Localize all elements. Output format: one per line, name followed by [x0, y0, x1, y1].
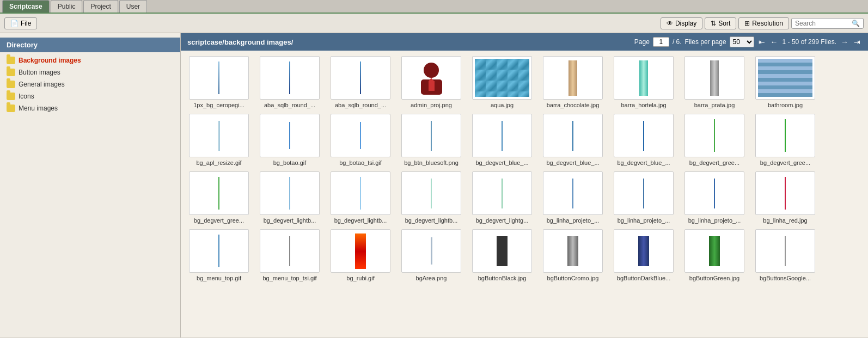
list-item[interactable]: bg_degvert_lightb... [257, 171, 322, 224]
image-name: bg_degvert_gree... [194, 217, 244, 224]
page-input[interactable] [653, 37, 669, 47]
image-thumbnail [614, 171, 674, 215]
image-name: bgButtonGreen.jpg [689, 275, 739, 281]
list-item[interactable]: bgButtonGreen.jpg [682, 229, 747, 281]
tab-scriptcase[interactable]: Scriptcase [2, 0, 50, 13]
image-name: bg_linha_projeto_... [618, 217, 670, 224]
list-item[interactable]: bg_botao.gif [257, 114, 322, 166]
list-item[interactable]: admin_proj.png [399, 56, 464, 108]
image-name: bathroom.jpg [768, 102, 803, 108]
image-name: bg_botao_tsi.gif [339, 159, 382, 166]
list-item[interactable]: bg_degvert_blue_... [611, 114, 676, 166]
image-thumbnail [755, 171, 815, 215]
list-item[interactable]: bg_btn_bluesoft.png [399, 114, 464, 166]
list-item[interactable]: barra_prata.jpg [682, 56, 747, 108]
list-item[interactable]: bg_linha_red.jpg [753, 171, 818, 224]
list-item[interactable]: aqua.jpg [469, 56, 535, 108]
main-layout: Directory Background images Button image… [0, 33, 868, 337]
list-item[interactable]: 1px_bg_ceropegi... [186, 56, 252, 108]
files-per-page-select[interactable]: 50 100 200 [730, 36, 754, 47]
list-item[interactable]: bgButtonCromo.jpg [540, 229, 606, 281]
image-thumbnail [543, 229, 603, 273]
files-per-page-label: Files per page [685, 38, 726, 46]
list-item[interactable]: bg_menu_top_tsi.gif [257, 229, 322, 281]
prev-page-button[interactable]: ← [769, 38, 779, 46]
total-pages: / 6. [673, 38, 682, 46]
list-item[interactable]: bg_rubi.gif [328, 229, 393, 281]
sidebar-item-background-images[interactable]: Background images [0, 54, 180, 66]
sidebar-item-general-images[interactable]: General images [0, 78, 180, 90]
list-item[interactable]: bg_linha_projeto_... [611, 171, 676, 224]
sort-icon: ⇅ [711, 20, 716, 27]
list-item[interactable]: aba_sqlb_round_... [257, 56, 322, 108]
image-name: bgButtonBlack.jpg [478, 275, 527, 281]
list-item[interactable]: bg_degvert_blue_... [540, 114, 606, 166]
list-item[interactable]: bg_degvert_lightg... [469, 171, 535, 224]
sort-button[interactable]: ⇅ Sort [705, 17, 736, 29]
tab-public[interactable]: Public [51, 0, 83, 13]
tab-user[interactable]: User [119, 0, 147, 13]
sidebar-item-icons[interactable]: Icons [0, 90, 180, 102]
tab-project[interactable]: Project [83, 0, 118, 13]
sidebar-item-button-images[interactable]: Button images [0, 66, 180, 78]
list-item[interactable]: bg_degvert_blue_... [469, 114, 535, 166]
image-thumbnail [614, 56, 674, 100]
image-thumbnail [401, 171, 461, 215]
image-thumbnail [472, 114, 532, 157]
admin-svg [417, 60, 447, 96]
list-item[interactable]: bgButtonsGoogle... [753, 229, 818, 281]
image-thumbnail [260, 56, 320, 100]
image-thumbnail [755, 56, 815, 100]
image-thumbnail [614, 114, 674, 157]
list-item[interactable]: barra_chocolate.jpg [540, 56, 606, 108]
tab-bar: Scriptcase Public Project User [0, 0, 868, 14]
image-thumbnail [260, 229, 320, 273]
list-item[interactable]: bg_linha_projeto_... [682, 171, 747, 224]
image-thumbnail [472, 229, 532, 273]
list-item[interactable]: bg_apl_resize.gif [186, 114, 252, 166]
list-item[interactable]: barra_hortela.jpg [611, 56, 676, 108]
list-item[interactable]: bg_menu_top.gif [186, 229, 252, 281]
image-thumbnail [331, 114, 390, 157]
image-thumbnail [684, 229, 744, 273]
image-name: barra_prata.jpg [694, 102, 735, 108]
first-page-button[interactable]: ⇤ [757, 38, 766, 46]
image-thumbnail [331, 229, 390, 273]
image-name: bg_degvert_blue_... [617, 159, 670, 166]
list-item[interactable]: bg_botao_tsi.gif [328, 114, 393, 166]
list-item[interactable]: bg_degvert_gree... [682, 114, 747, 166]
sidebar-item-menu-images[interactable]: Menu images [0, 102, 180, 114]
image-name: barra_hortela.jpg [621, 102, 666, 108]
pagination: Page / 6. Files per page 50 100 200 ⇤ ← … [634, 36, 861, 47]
list-item[interactable]: bgButtonDarkBlue... [611, 229, 676, 281]
file-button[interactable]: 📄 File [4, 17, 37, 29]
image-thumbnail [401, 229, 461, 273]
image-thumbnail [614, 229, 674, 273]
image-name: aqua.jpg [491, 102, 514, 108]
list-item[interactable]: bg_degvert_gree... [753, 114, 818, 166]
page-label: Page [634, 38, 650, 46]
image-thumbnail [543, 114, 603, 157]
list-item[interactable]: aba_sqlb_round_... [328, 56, 393, 108]
resolution-button[interactable]: ⊞ Resolution [738, 17, 789, 29]
image-name: bg_menu_top.gif [197, 275, 241, 281]
svg-point-0 [424, 63, 439, 78]
list-item[interactable]: bg_linha_projeto_... [540, 171, 606, 224]
image-thumbnail [472, 171, 532, 215]
list-item[interactable]: bgButtonBlack.jpg [469, 229, 535, 281]
image-thumbnail [189, 229, 249, 273]
file-icon: 📄 [10, 20, 19, 27]
last-page-button[interactable]: ⇥ [853, 38, 861, 46]
resolution-icon: ⊞ [744, 20, 750, 27]
image-grid: 1px_bg_ceropegi... aba_sqlb_round_... ab… [181, 51, 868, 287]
list-item[interactable]: bg_degvert_lightb... [399, 171, 464, 224]
list-item[interactable]: bathroom.jpg [753, 56, 818, 108]
search-icon: 🔍 [852, 20, 860, 27]
display-button[interactable]: 👁 Display [661, 17, 702, 29]
list-item[interactable]: bg_degvert_lightb... [328, 171, 393, 224]
list-item[interactable]: bgArea.png [399, 229, 464, 281]
search-input[interactable] [795, 20, 849, 27]
next-page-button[interactable]: → [840, 38, 849, 46]
image-thumbnail [331, 56, 390, 100]
list-item[interactable]: bg_degvert_gree... [186, 171, 252, 224]
